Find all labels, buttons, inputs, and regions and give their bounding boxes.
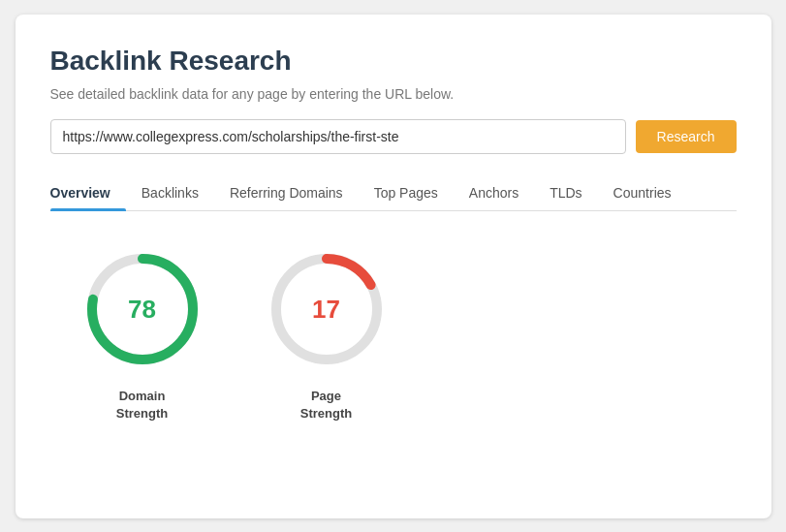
page-subtitle: See detailed backlink data for any page … — [50, 86, 737, 102]
charts-row: 78DomainStrength 17PageStrength — [50, 246, 737, 422]
main-card: Backlink Research See detailed backlink … — [16, 15, 771, 518]
chart-item-page-strength: 17PageStrength — [264, 246, 390, 422]
search-row: Research — [50, 119, 737, 154]
chart-label-page-strength: PageStrength — [300, 388, 352, 422]
tab-referring-domains[interactable]: Referring Domains — [214, 177, 359, 210]
tab-top-pages[interactable]: Top Pages — [359, 177, 454, 210]
tabs-nav: OverviewBacklinksReferring DomainsTop Pa… — [50, 177, 737, 211]
donut-value-domain-strength: 78 — [128, 294, 156, 324]
page-title: Backlink Research — [50, 46, 737, 77]
donut-value-page-strength: 17 — [312, 294, 340, 324]
chart-item-domain-strength: 78DomainStrength — [79, 246, 205, 422]
tab-backlinks[interactable]: Backlinks — [126, 177, 214, 210]
url-input[interactable] — [50, 119, 626, 154]
donut-domain-strength: 78 — [79, 246, 205, 372]
tab-anchors[interactable]: Anchors — [454, 177, 534, 210]
tab-tlds[interactable]: TLDs — [534, 177, 597, 210]
donut-page-strength: 17 — [264, 246, 390, 372]
tab-overview[interactable]: Overview — [50, 177, 126, 210]
research-button[interactable]: Research — [636, 120, 737, 153]
tab-countries[interactable]: Countries — [598, 177, 687, 210]
chart-label-domain-strength: DomainStrength — [116, 388, 168, 422]
